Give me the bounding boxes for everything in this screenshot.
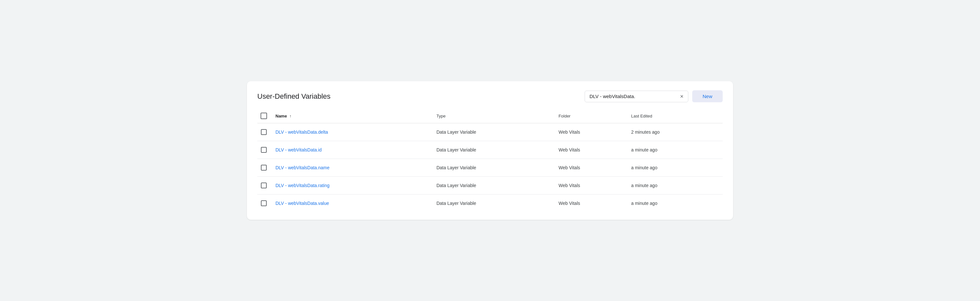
- table-header-row: Name ↑ Type Folder Last Edited: [257, 109, 723, 123]
- row-checkbox-3[interactable]: [261, 182, 267, 189]
- row-last-edited-cell-3: a minute ago: [631, 177, 723, 195]
- search-input[interactable]: [590, 93, 677, 99]
- row-last-edited-cell-2: a minute ago: [631, 159, 723, 177]
- row-name-cell-2: DLV - webVitalsData.name: [275, 159, 436, 177]
- new-button[interactable]: New: [692, 90, 723, 102]
- sort-ascending-icon: ↑: [290, 114, 291, 119]
- page-title: User-Defined Variables: [257, 92, 331, 101]
- row-name-cell-3: DLV - webVitalsData.rating: [275, 177, 436, 195]
- variable-link-4[interactable]: DLV - webVitalsData.value: [275, 201, 329, 206]
- table-row: DLV - webVitalsData.name Data Layer Vari…: [257, 159, 723, 177]
- row-type-cell-3: Data Layer Variable: [436, 177, 559, 195]
- variable-link-1[interactable]: DLV - webVitalsData.id: [275, 147, 322, 152]
- column-header-name[interactable]: Name ↑: [275, 109, 436, 123]
- row-checkbox-1[interactable]: [261, 147, 267, 153]
- row-checkbox-0[interactable]: [261, 129, 267, 135]
- row-type-cell-2: Data Layer Variable: [436, 159, 559, 177]
- main-card: User-Defined Variables × New Name: [247, 81, 733, 220]
- variables-table: Name ↑ Type Folder Last Edited DLV - web…: [257, 109, 723, 212]
- table-container: Name ↑ Type Folder Last Edited DLV - web…: [247, 109, 733, 220]
- row-type-cell-0: Data Layer Variable: [436, 123, 559, 141]
- table-row: DLV - webVitalsData.id Data Layer Variab…: [257, 141, 723, 159]
- search-box: ×: [585, 90, 688, 102]
- row-checkbox-2[interactable]: [261, 165, 267, 171]
- column-header-folder: Folder: [559, 109, 631, 123]
- row-checkbox-cell-2: [257, 159, 275, 177]
- row-checkbox-cell-4: [257, 195, 275, 212]
- column-header-type: Type: [436, 109, 559, 123]
- table-body: DLV - webVitalsData.delta Data Layer Var…: [257, 123, 723, 212]
- row-folder-cell-3: Web Vitals: [559, 177, 631, 195]
- table-row: DLV - webVitalsData.delta Data Layer Var…: [257, 123, 723, 141]
- row-checkbox-4[interactable]: [261, 200, 267, 206]
- row-folder-cell-2: Web Vitals: [559, 159, 631, 177]
- row-folder-cell-4: Web Vitals: [559, 195, 631, 212]
- variable-link-0[interactable]: DLV - webVitalsData.delta: [275, 130, 328, 135]
- row-last-edited-cell-0: 2 minutes ago: [631, 123, 723, 141]
- row-type-cell-1: Data Layer Variable: [436, 141, 559, 159]
- row-checkbox-cell-3: [257, 177, 275, 195]
- table-row: DLV - webVitalsData.value Data Layer Var…: [257, 195, 723, 212]
- row-type-cell-4: Data Layer Variable: [436, 195, 559, 212]
- select-all-checkbox[interactable]: [261, 112, 267, 119]
- header-actions: × New: [585, 90, 723, 102]
- row-folder-cell-1: Web Vitals: [559, 141, 631, 159]
- table-row: DLV - webVitalsData.rating Data Layer Va…: [257, 177, 723, 195]
- variable-link-2[interactable]: DLV - webVitalsData.name: [275, 165, 329, 170]
- column-header-last-edited: Last Edited: [631, 109, 723, 123]
- header-checkbox-cell: [257, 109, 275, 123]
- row-last-edited-cell-4: a minute ago: [631, 195, 723, 212]
- card-header: User-Defined Variables × New: [247, 81, 733, 109]
- row-checkbox-cell-1: [257, 141, 275, 159]
- row-folder-cell-0: Web Vitals: [559, 123, 631, 141]
- row-name-cell-4: DLV - webVitalsData.value: [275, 195, 436, 212]
- row-name-cell-1: DLV - webVitalsData.id: [275, 141, 436, 159]
- row-name-cell-0: DLV - webVitalsData.delta: [275, 123, 436, 141]
- row-last-edited-cell-1: a minute ago: [631, 141, 723, 159]
- variable-link-3[interactable]: DLV - webVitalsData.rating: [275, 183, 329, 188]
- row-checkbox-cell-0: [257, 123, 275, 141]
- search-clear-button[interactable]: ×: [680, 93, 684, 99]
